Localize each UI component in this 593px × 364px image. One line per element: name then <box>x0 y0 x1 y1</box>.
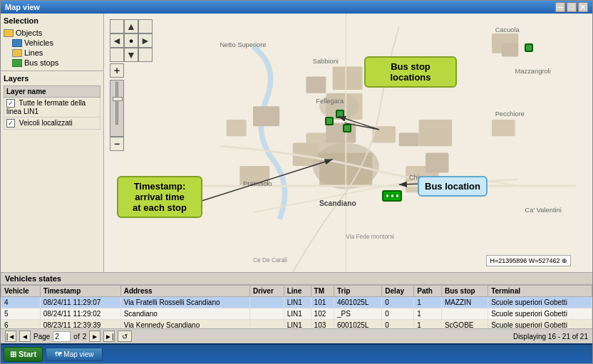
cell-tm: 101 <box>311 297 334 308</box>
zoom-track <box>115 82 118 125</box>
windows-icon: ⊞ <box>10 350 16 359</box>
cell-timestamp: 08/24/11 11:29:02 <box>40 308 120 320</box>
scale-text: H=21395896 W=527462 ⊕ <box>490 257 567 264</box>
displaying-text: Displaying 16 - 21 of 21 <box>513 333 588 340</box>
bus-location-annotation-text: Bus location <box>425 181 480 192</box>
layer-checkbox-1[interactable] <box>6 99 15 108</box>
scale-bar: H=21395896 W=527462 ⊕ <box>486 255 571 266</box>
vehicles-table: Vehicle Timestamp Address Driver Line TM… <box>1 285 592 328</box>
cell-bus-stop: ScGOBE <box>441 320 488 329</box>
main-window: Map view — □ ✕ Selection Objects Vehicle… <box>0 0 593 364</box>
selection-section: Selection Objects Vehicles Lines <box>1 14 103 71</box>
bus-stop-marker-cacuola[interactable] <box>525 43 533 52</box>
page-input[interactable] <box>53 331 71 342</box>
table-row[interactable]: 6 08/23/11 12:39:39 Via Kennedy Scandian… <box>1 320 592 329</box>
zoom-slider[interactable] <box>110 80 124 137</box>
bus-window-2 <box>391 194 394 198</box>
cell-driver <box>249 308 284 320</box>
layer-name-2: Veicoli localizzati <box>19 119 73 127</box>
start-button[interactable]: ⊞ Start <box>4 347 43 362</box>
bus-marker[interactable] <box>382 190 402 202</box>
tree-item-vehicles[interactable]: Vehicles <box>4 38 100 48</box>
cell-path: 1 <box>414 320 442 329</box>
tree-item-lines[interactable]: Lines <box>4 48 100 58</box>
col-trip: Trip <box>334 286 381 297</box>
bottom-panel: Vehicles states Vehicle Timestamp Addres… <box>1 272 592 343</box>
layer-row[interactable]: Tutte le fermate della linea LIN1 <box>4 98 100 118</box>
svg-text:Sabbioni: Sabbioni <box>313 58 339 65</box>
cell-line: LIN1 <box>284 320 311 329</box>
bus-stop-marker-2[interactable] <box>343 124 351 132</box>
refresh-button[interactable]: ↺ <box>118 331 132 342</box>
layer-row[interactable]: Veicoli localizzati <box>4 118 100 130</box>
taskbar: ⊞ Start 🗺 Map view <box>1 343 592 363</box>
cell-vehicle: 6 <box>1 320 41 329</box>
svg-text:Fellegara: Fellegara <box>316 98 344 105</box>
timestamp-annotation: Timestamp:arrival timeat each stop <box>117 176 202 218</box>
zoom-in-button[interactable]: + <box>110 63 124 78</box>
table-row[interactable]: 4 08/24/11 11:29:07 Via Fratelli Rossell… <box>1 297 592 308</box>
svg-rect-8 <box>419 120 453 146</box>
svg-text:Netto Superiore: Netto Superiore <box>220 41 266 48</box>
last-page-button[interactable]: ►| <box>103 331 115 342</box>
cell-driver <box>249 320 284 329</box>
pan-center[interactable]: ● <box>124 33 138 48</box>
timestamp-annotation-text: Timestamp:arrival timeat each stop <box>133 181 187 213</box>
vehicles-states-header: Vehicles states <box>1 273 592 285</box>
col-terminal: Terminal <box>488 286 592 297</box>
minimize-button[interactable]: — <box>555 2 565 12</box>
svg-text:Via Fede montorsi: Via Fede montorsi <box>346 233 394 240</box>
cell-line: LIN1 <box>284 308 311 320</box>
cell-path: 1 <box>414 297 442 308</box>
pan-up-button[interactable]: ▲ <box>124 19 138 33</box>
cell-vehicle: 5 <box>1 308 41 320</box>
maximize-button[interactable]: □ <box>567 2 577 12</box>
table-row[interactable]: 5 08/24/11 11:29:02 Scandiano LIN1 102 _… <box>1 308 592 320</box>
svg-rect-7 <box>399 133 419 147</box>
cell-line: LIN1 <box>284 297 311 308</box>
bus-window-1 <box>386 194 389 198</box>
lines-folder-icon <box>12 49 22 57</box>
layer-checkbox-2[interactable] <box>6 119 15 128</box>
map-nav: ▲ ◄ ● ► ▼ <box>110 19 153 62</box>
cell-path: 1 <box>414 308 442 320</box>
cell-delay: 0 <box>382 308 414 320</box>
cell-address: Via Kennedy Scandiano <box>120 320 249 329</box>
col-address: Address <box>120 286 249 297</box>
layers-table: Layer name Tutte le fermate della linea … <box>4 85 100 130</box>
prev-page-button[interactable]: ◄ <box>19 331 31 342</box>
cell-address: Via Fratelli Rosselli Scandiano <box>120 297 249 308</box>
next-page-button[interactable]: ► <box>89 331 100 342</box>
svg-rect-20 <box>492 120 515 136</box>
start-label: Start <box>19 350 36 358</box>
svg-text:Pratissolo: Pratissolo <box>243 180 272 187</box>
close-button[interactable]: ✕ <box>578 2 588 12</box>
first-page-button[interactable]: |◄ <box>5 331 16 342</box>
bus-body <box>382 190 402 202</box>
pan-down-button[interactable]: ▼ <box>124 48 138 62</box>
cell-bus-stop: MAZZIN <box>441 297 488 308</box>
pan-left-button[interactable]: ◄ <box>110 33 124 48</box>
bus-stop-annotation-text: Bus stoplocations <box>390 61 430 83</box>
map-area[interactable]: Cacuola Pecchiore Sabbioni Fellegara Pra… <box>104 14 592 272</box>
bus-stop-marker-3[interactable] <box>336 110 344 118</box>
cell-bus-stop <box>441 308 488 320</box>
table-header-row: Vehicle Timestamp Address Driver Line TM… <box>1 286 592 297</box>
cell-vehicle: 4 <box>1 297 41 308</box>
total-pages: 2 <box>83 333 87 340</box>
bus-stop-marker-1[interactable] <box>325 117 334 125</box>
tree-item-objects[interactable]: Objects <box>4 28 100 38</box>
layer-name-1: Tutte le fermate della linea LIN1 <box>6 99 86 115</box>
zoom-out-button[interactable]: − <box>110 137 124 151</box>
svg-text:Scandiano: Scandiano <box>319 199 356 207</box>
cell-address: Scandiano <box>120 308 249 320</box>
layer-column-header: Layer name <box>4 86 100 98</box>
pagination: |◄ ◄ Page of 2 ► ►| ↺ Displaying 16 - 21… <box>1 328 592 343</box>
tree-item-bus-stops[interactable]: Bus stops <box>4 58 100 68</box>
pan-right-button[interactable]: ► <box>138 33 153 48</box>
zoom-handle[interactable] <box>113 97 123 101</box>
taskbar-map-view[interactable]: 🗺 Map view <box>46 348 103 361</box>
bus-window-3 <box>396 194 399 198</box>
cell-terminal: Scuole superiori Gobetti <box>488 308 592 320</box>
svg-rect-19 <box>502 43 518 57</box>
